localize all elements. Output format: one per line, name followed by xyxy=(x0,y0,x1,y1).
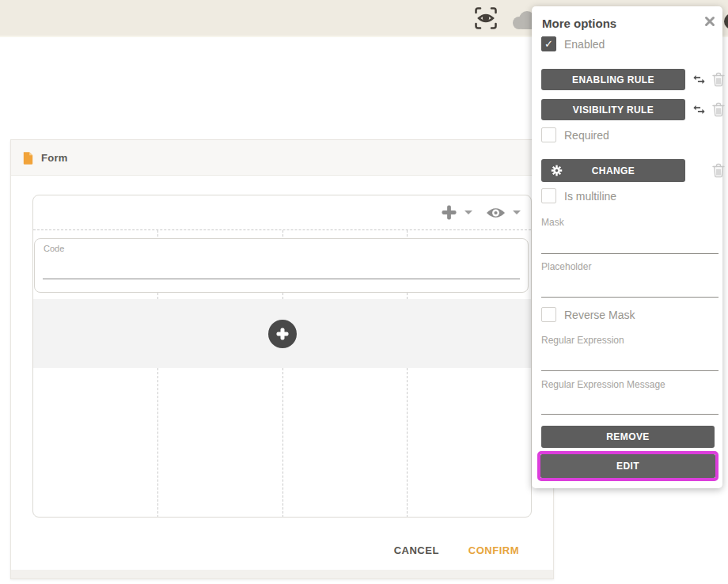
cancel-button[interactable]: CANCEL xyxy=(394,544,439,556)
panel-title: More options xyxy=(542,17,616,30)
reverse-mask-checkbox[interactable] xyxy=(541,307,556,322)
add-row-button[interactable] xyxy=(268,320,297,348)
form-canvas: Code xyxy=(32,195,532,518)
confirm-button[interactable]: CONFIRM xyxy=(468,544,519,556)
grid-column-line xyxy=(407,368,408,518)
change-row: CHANGE xyxy=(541,159,725,182)
add-row-band xyxy=(33,299,531,368)
code-field[interactable]: Code xyxy=(34,238,529,293)
regex-label: Regular Expression xyxy=(541,335,624,346)
gear-icon xyxy=(550,164,563,177)
enabling-rule-button[interactable]: ENABLING RULE xyxy=(541,69,685,90)
regex-message-label: Regular Expression Message xyxy=(541,379,665,390)
mask-input[interactable] xyxy=(541,237,719,254)
visibility-rule-button[interactable]: VISIBILITY RULE xyxy=(541,99,685,120)
swap-rule-icon[interactable] xyxy=(691,102,707,117)
card-footer-strip xyxy=(11,570,553,578)
dialog-actions: CANCEL CONFIRM xyxy=(394,544,519,556)
edit-button-highlight: EDIT xyxy=(537,451,719,481)
swap-rule-icon[interactable] xyxy=(691,72,707,87)
change-button-label: CHANGE xyxy=(592,165,635,176)
delete-enabling-rule-icon[interactable] xyxy=(712,72,725,87)
more-options-panel: More options Enabled ENABLING RULE VISIB… xyxy=(532,6,722,488)
enabled-label: Enabled xyxy=(564,38,605,51)
close-icon[interactable] xyxy=(704,16,715,27)
visibility-rule-row: VISIBILITY RULE xyxy=(541,99,725,120)
preview-eye-icon[interactable] xyxy=(486,206,506,220)
grid-column-line xyxy=(157,368,158,518)
grid-column-line xyxy=(282,368,283,518)
add-field-icon[interactable] xyxy=(441,204,457,221)
required-row: Required xyxy=(541,127,609,142)
delete-visibility-rule-icon[interactable] xyxy=(712,102,725,117)
preview-scan-eye-icon[interactable] xyxy=(472,5,499,32)
form-card-header: Form xyxy=(11,140,553,176)
delete-control-icon[interactable] xyxy=(712,163,725,178)
enabled-checkbox[interactable] xyxy=(541,36,556,51)
is-multiline-label: Is multiline xyxy=(564,190,616,203)
grid-row-empty xyxy=(33,368,531,518)
change-button[interactable]: CHANGE xyxy=(541,159,685,182)
add-field-dropdown-caret[interactable] xyxy=(464,210,472,214)
is-multiline-row: Is multiline xyxy=(541,188,616,203)
code-field-underline xyxy=(43,279,520,279)
is-multiline-checkbox[interactable] xyxy=(541,188,556,203)
reverse-mask-row: Reverse Mask xyxy=(541,307,635,322)
edit-button[interactable]: EDIT xyxy=(540,454,715,478)
regex-input[interactable] xyxy=(541,354,719,371)
placeholder-label: Placeholder xyxy=(541,261,591,272)
reverse-mask-label: Reverse Mask xyxy=(564,309,635,321)
mask-label: Mask xyxy=(541,217,564,228)
code-field-label: Code xyxy=(44,244,64,253)
enabling-rule-row: ENABLING RULE xyxy=(541,69,725,90)
form-editor-card: Form Code xyxy=(10,139,554,579)
required-label: Required xyxy=(564,129,609,142)
canvas-toolbar xyxy=(33,195,531,230)
edge-cropped-icon xyxy=(724,13,728,29)
plus-icon xyxy=(276,328,289,340)
document-icon xyxy=(23,151,33,165)
placeholder-input[interactable] xyxy=(541,280,719,298)
regex-message-input[interactable] xyxy=(541,397,719,415)
preview-dropdown-caret[interactable] xyxy=(513,210,521,214)
required-checkbox[interactable] xyxy=(541,127,556,142)
grid-row-fields: Code xyxy=(33,230,531,299)
form-card-title: Form xyxy=(41,152,68,164)
remove-button[interactable]: REMOVE xyxy=(541,426,715,448)
enabled-row: Enabled xyxy=(541,36,605,51)
